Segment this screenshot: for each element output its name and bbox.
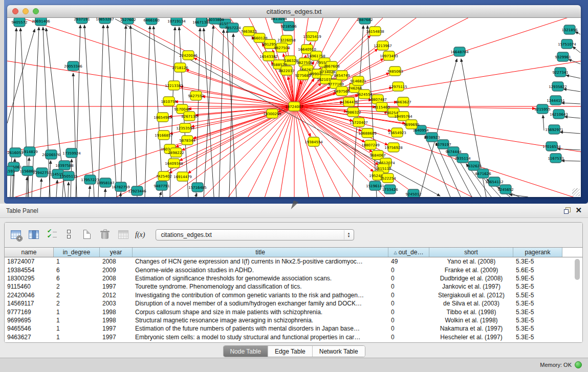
- network-node[interactable]: 2887682: [357, 18, 373, 24]
- network-node[interactable]: 9245652: [497, 185, 513, 194]
- network-canvas[interactable]: 9405572206914062937191108532871527602646…: [7, 18, 581, 197]
- network-node[interactable]: 12923446: [128, 186, 146, 195]
- table-cell[interactable]: Structural magnetic resonance image aver…: [133, 317, 388, 324]
- table-cell[interactable]: 5.3E-5: [513, 258, 562, 265]
- network-node[interactable]: 2867608: [323, 61, 339, 71]
- table-source-dropdown[interactable]: citations_edges.txt▲▼: [156, 229, 354, 240]
- table-cell[interactable]: 5.3E-5: [513, 325, 562, 332]
- table-cell[interactable]: 1997: [100, 325, 133, 332]
- network-node[interactable]: 16210643: [550, 110, 568, 119]
- network-node[interactable]: 9218586: [280, 21, 297, 31]
- table-cell[interactable]: 22420046: [5, 292, 54, 299]
- table-mode-icon[interactable]: [10, 229, 22, 240]
- table-row[interactable]: 946362711997Embryonic stem cells: a mode…: [5, 333, 582, 341]
- network-node[interactable]: 1167533: [548, 154, 563, 163]
- table-row[interactable]: 977716911998Corpus callosum shape and si…: [5, 308, 582, 316]
- network-node[interactable]: 9699695: [403, 120, 419, 129]
- window-titlebar[interactable]: citations_edges.txt: [7, 5, 581, 18]
- table-cell[interactable]: 2008: [100, 275, 133, 282]
- network-node[interactable]: 17359924: [62, 148, 81, 158]
- table-cell[interactable]: 1: [54, 258, 100, 265]
- table-row[interactable]: 1456911722003Disruption of a novel membe…: [5, 299, 582, 308]
- network-node[interactable]: 9329961: [555, 52, 571, 61]
- table-cell[interactable]: 1: [54, 309, 100, 316]
- table-cell[interactable]: Changes of HCN gene expression and I(f) …: [133, 258, 388, 265]
- table-cell[interactable]: 18300295: [5, 275, 54, 282]
- vertical-scrollbar[interactable]: [575, 259, 580, 280]
- network-node[interactable]: 19384554: [304, 137, 323, 146]
- table-cell[interactable]: 5.3E-5: [513, 309, 562, 316]
- table-row[interactable]: 946554611997Estimation of the future num…: [5, 324, 582, 333]
- zoom-light[interactable]: [33, 8, 39, 14]
- table-cell[interactable]: Investigating the contribution of common…: [133, 292, 388, 299]
- network-node[interactable]: 9427552: [188, 91, 204, 100]
- network-node[interactable]: 9487791: [154, 181, 169, 190]
- table-cell[interactable]: Dudbridge et al. (2008): [429, 275, 513, 282]
- network-node[interactable]: 2616051: [7, 148, 23, 157]
- table-cell[interactable]: Tourette syndrome. Phenomenology and cla…: [133, 283, 388, 290]
- network-node[interactable]: 16914479: [173, 172, 192, 181]
- table-cell[interactable]: 1: [54, 334, 100, 341]
- table-cell[interactable]: 0: [388, 334, 429, 341]
- table-cell[interactable]: 2009: [100, 267, 133, 274]
- table-cell[interactable]: 2003: [100, 300, 133, 307]
- network-node[interactable]: 20691406: [32, 18, 50, 26]
- table-cell[interactable]: Yano et al. (2008): [429, 258, 513, 265]
- network-node[interactable]: 5878344: [179, 136, 195, 145]
- network-node[interactable]: 2937191: [74, 18, 90, 24]
- table-cell[interactable]: 5.6E-5: [513, 267, 562, 274]
- table-cell[interactable]: 5.3E-5: [513, 283, 562, 290]
- table-cell[interactable]: 0: [388, 275, 429, 282]
- network-node[interactable]: 8454749: [334, 71, 350, 80]
- network-node[interactable]: 7425402: [156, 171, 171, 181]
- table-cell[interactable]: Stergiakouli et al. (2012): [429, 292, 513, 299]
- table-cell[interactable]: 2: [54, 292, 100, 299]
- table-cell[interactable]: 5.9E-5: [513, 275, 562, 282]
- table-cell[interactable]: 0: [388, 309, 429, 316]
- tab-node-table[interactable]: Node Table: [223, 346, 268, 357]
- network-node[interactable]: 6466160: [143, 18, 159, 25]
- dropdown-stepper-icon[interactable]: ▲▼: [344, 230, 353, 239]
- table-cell[interactable]: 0: [388, 283, 429, 290]
- network-node[interactable]: 8215955: [534, 104, 550, 114]
- table-cell[interactable]: Wolkin et al. (1998): [429, 317, 513, 324]
- network-node[interactable]: 6497568: [334, 86, 350, 96]
- network-node[interactable]: 15692971: [545, 125, 563, 134]
- table-cell[interactable]: Genome-wide association studies in ADHD.: [133, 267, 388, 274]
- network-node[interactable]: 12213967: [374, 41, 392, 50]
- network-node[interactable]: 16543382: [259, 52, 278, 61]
- table-cell[interactable]: Jankovic et al. (1997): [429, 283, 513, 290]
- network-node[interactable]: 16154838: [366, 27, 384, 36]
- table-cell[interactable]: 1997: [100, 334, 133, 341]
- table-cell[interactable]: 0: [388, 300, 429, 307]
- table-cell[interactable]: 5.3E-5: [513, 317, 562, 324]
- clear-checks-icon[interactable]: [63, 229, 76, 240]
- network-node[interactable]: 7857224: [225, 23, 241, 32]
- network-node[interactable]: 2718126: [172, 63, 188, 72]
- column-header-title[interactable]: title: [133, 248, 388, 257]
- network-node[interactable]: 20053346: [64, 61, 82, 71]
- network-node[interactable]: 9827503: [274, 43, 290, 52]
- network-node[interactable]: 9146821: [350, 76, 366, 85]
- function-builder-icon[interactable]: f(x): [135, 229, 145, 240]
- resize-grip-icon[interactable]: [572, 188, 580, 196]
- network-node[interactable]: 1733426: [382, 185, 398, 194]
- table-cell[interactable]: 9699695: [5, 317, 54, 324]
- network-node[interactable]: 10397588: [55, 161, 74, 170]
- column-header-pagerank[interactable]: pagerank: [513, 248, 562, 257]
- table-cell[interactable]: 5.3E-5: [513, 334, 562, 341]
- network-node[interactable]: 1321856: [561, 25, 578, 34]
- table-cell[interactable]: 49: [388, 258, 429, 265]
- network-node[interactable]: 12935822: [549, 82, 567, 91]
- table-cell[interactable]: 2012: [100, 292, 133, 299]
- network-node[interactable]: 9463627: [395, 97, 411, 106]
- network-node[interactable]: 12213383: [165, 81, 183, 90]
- import-table-icon[interactable]: [117, 229, 129, 240]
- delete-column-icon[interactable]: [99, 229, 112, 240]
- table-cell[interactable]: 6: [54, 275, 100, 282]
- network-node[interactable]: 19756928: [384, 143, 403, 152]
- network-node[interactable]: 12444151: [547, 96, 565, 105]
- table-cell[interactable]: 0: [388, 325, 429, 332]
- table-cell[interactable]: Estimation of the future numbers of pati…: [133, 325, 388, 332]
- network-node[interactable]: 9275685: [295, 71, 311, 80]
